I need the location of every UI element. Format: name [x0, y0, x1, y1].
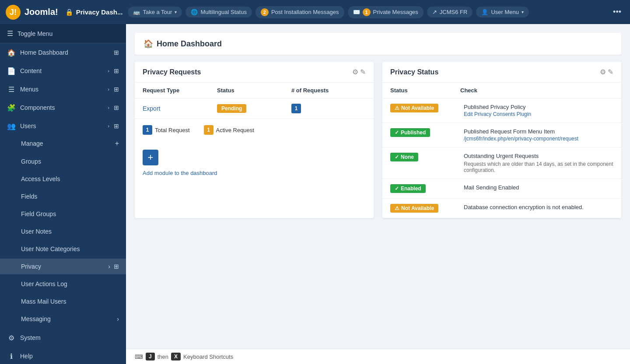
grid-icon: ⊞ [114, 104, 119, 111]
sidebar-subitem-user-note-categories[interactable]: User Note Categories [0, 241, 126, 257]
dashboard-header: 🏠 Home Dashboard [135, 33, 621, 55]
check-info: Mail Sending Enabled [464, 184, 613, 191]
users-icon: 👥 [7, 122, 16, 130]
menu-icon: ☰ [7, 29, 13, 38]
count-badge: 1 [291, 104, 366, 113]
chevron-down-icon: ▾ [522, 10, 524, 14]
privacy-requests-panel: Privacy Requests ⚙ ✎ Request Type Status… [135, 62, 374, 218]
check-info: Database connection encryption is not en… [464, 204, 613, 210]
status-row: ⚠ Not Available Published Privacy Policy… [382, 98, 621, 123]
take-tour-button[interactable]: 🚌 Take a Tour ▾ [128, 7, 182, 18]
help-icon: ℹ [7, 352, 16, 360]
multilingual-status-button[interactable]: 🌐 Multilingual Status [186, 7, 252, 18]
not-available-badge: ⚠ Not Available [390, 204, 460, 213]
sidebar-item-components[interactable]: 🧩 Components › ⊞ [0, 98, 126, 117]
home-icon: 🏠 [7, 48, 16, 57]
sidebar-subitem-groups[interactable]: Groups [0, 154, 126, 169]
gear-settings-icon[interactable]: ⚙ ✎ [600, 68, 613, 76]
logo[interactable]: J! Joomla! [5, 4, 58, 20]
panels-row: Privacy Requests ⚙ ✎ Request Type Status… [135, 62, 621, 218]
home-icon: 🏠 [144, 39, 153, 49]
sidebar-item-system[interactable]: ⚙ System [0, 329, 126, 347]
toggle-menu-button[interactable]: ☰ Toggle Menu [0, 24, 126, 43]
private-msg-badge: 1 [363, 8, 371, 16]
sidebar: ☰ Toggle Menu 🏠 Home Dashboard ⊞ 📄 Conte… [0, 24, 126, 364]
add-module-section: + Add module to the dashboard [135, 141, 374, 185]
chevron-right-icon: › [108, 263, 110, 270]
sidebar-item-home-dashboard[interactable]: 🏠 Home Dashboard ⊞ [0, 43, 126, 62]
chevron-right-icon: › [117, 315, 119, 322]
gear-settings-icon[interactable]: ⚙ ✎ [352, 68, 366, 76]
grid-icon: ⊞ [114, 67, 119, 74]
key-j: J [146, 353, 155, 360]
keyboard-shortcuts-bar: ⌨ J then X Keyboard Shortcuts [126, 349, 630, 364]
table-row: Export Pending 1 [135, 98, 374, 119]
privacy-status-header: Privacy Status ⚙ ✎ [382, 62, 621, 83]
lock-icon: 🔒 [65, 8, 74, 16]
components-icon: 🧩 [7, 103, 16, 112]
more-options-button[interactable]: ••• [609, 6, 625, 18]
sidebar-subitem-messaging[interactable]: Messaging › [0, 311, 126, 327]
grid-icon: ⊞ [114, 49, 119, 56]
check-info: Outstanding Urgent Requests Requests whi… [464, 153, 613, 173]
requests-table-header: Request Type Status # of Requests [135, 83, 374, 98]
svg-text:J!: J! [10, 8, 17, 17]
plus-icon: + [115, 140, 119, 147]
enabled-badge: ✓ Enabled [390, 184, 460, 193]
topbar: J! Joomla! 🔒 Privacy Dash... 🚌 Take a To… [0, 0, 630, 24]
private-messages-button[interactable]: ✉️ 1 Private Messages [348, 6, 424, 18]
external-link-icon: ↗ [432, 9, 437, 15]
sidebar-item-content[interactable]: 📄 Content › ⊞ [0, 62, 126, 80]
sidebar-item-users[interactable]: 👥 Users › ⊞ [0, 117, 126, 135]
status-row: ⚠ Not Available Database connection encr… [382, 199, 621, 218]
chevron-down-icon: › [108, 123, 109, 129]
add-module-label[interactable]: Add module to the dashboard [143, 170, 217, 176]
post-install-badge: 2 [261, 8, 269, 16]
grid-icon: ⊞ [114, 122, 119, 130]
jcms6fr-button[interactable]: ↗ JCMS6 FR [427, 7, 473, 18]
privacy-form-link[interactable]: /jcms6fr/index.php/en/privacy-component/… [464, 136, 578, 142]
status-row: ✓ Published Published Request Form Menu … [382, 123, 621, 147]
user-menu-button[interactable]: 👤 User Menu ▾ [476, 7, 529, 18]
keyboard-icon: ⌨ [135, 354, 143, 360]
check-icon: ✓ [395, 154, 399, 160]
page-title: 🔒 Privacy Dash... [65, 8, 123, 16]
chevron-right-icon: › [108, 68, 109, 74]
layout: ☰ Toggle Menu 🏠 Home Dashboard ⊞ 📄 Conte… [0, 24, 630, 364]
post-installation-button[interactable]: 2 Post Installation Messages [256, 6, 344, 18]
privacy-requests-header: Privacy Requests ⚙ ✎ [135, 62, 374, 83]
not-available-badge: ⚠ Not Available [390, 104, 460, 112]
sidebar-subitem-user-actions-log[interactable]: User Actions Log [0, 276, 126, 292]
warning-icon: ⚠ [395, 205, 399, 211]
check-icon: ✓ [395, 130, 399, 136]
chevron-right-icon: › [108, 87, 109, 92]
user-icon: 👤 [481, 9, 488, 15]
sidebar-subitem-access-levels[interactable]: Access Levels [0, 171, 126, 187]
export-link[interactable]: Export [143, 105, 217, 112]
mail-icon: ✉️ [353, 9, 360, 15]
add-module-button[interactable]: + [143, 150, 158, 165]
sidebar-subitem-fields[interactable]: Fields [0, 189, 126, 204]
check-info: Published Request Form Menu Item /jcms6f… [464, 128, 613, 142]
sidebar-subitem-manage[interactable]: Manage + [0, 135, 126, 152]
sidebar-item-menus[interactable]: ☰ Menus › ⊞ [0, 80, 126, 98]
sidebar-subitem-field-groups[interactable]: Field Groups [0, 206, 126, 222]
system-icon: ⚙ [7, 333, 16, 342]
sidebar-subitem-privacy[interactable]: Privacy › ⊞ [0, 259, 126, 274]
sidebar-subitem-user-notes[interactable]: User Notes [0, 224, 126, 239]
sidebar-subitem-mass-mail-users[interactable]: Mass Mail Users [0, 294, 126, 309]
check-icon: ✓ [395, 186, 399, 192]
status-table-header: Status Check [382, 83, 621, 98]
check-info: Published Privacy Policy Edit Privacy Co… [464, 104, 613, 117]
none-badge: ✓ None [390, 153, 460, 161]
tour-icon: 🚌 [133, 9, 140, 15]
sidebar-item-help[interactable]: ℹ Help [0, 347, 126, 364]
chevron-down-icon: ▾ [175, 10, 177, 14]
dashboard-title: 🏠 Home Dashboard [144, 39, 612, 49]
content-icon: 📄 [7, 66, 16, 75]
key-x: X [171, 353, 181, 360]
status-badge: Pending [217, 104, 291, 113]
edit-plugin-link[interactable]: Edit Privacy Consents Plugin [464, 111, 531, 117]
grid-icon: ⊞ [114, 263, 119, 270]
active-requests: 1 Active Request [204, 125, 254, 135]
